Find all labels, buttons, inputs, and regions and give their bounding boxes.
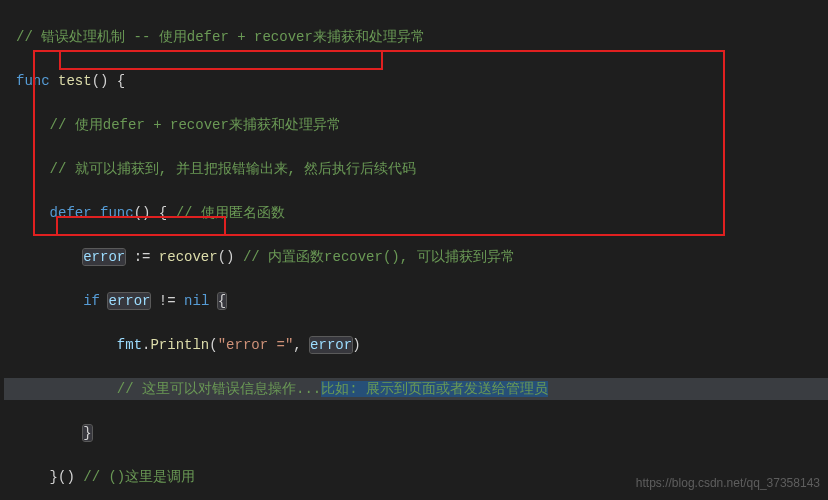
comment: // 错误处理机制 -- 使用defer + recover来捕获和处理异常: [16, 29, 425, 45]
comment-selected: 比如: 展示到页面或者发送给管理员: [321, 381, 548, 397]
code-line: fmt.Println("error =", error): [4, 334, 828, 356]
code-line: }: [4, 422, 828, 444]
brace: }: [83, 425, 91, 441]
code-line: defer func() { // 使用匿名函数: [4, 202, 828, 224]
punct: () {: [92, 73, 126, 89]
keyword-if: if: [83, 293, 100, 309]
comma: ,: [293, 337, 310, 353]
comment: // 内置函数recover(), 可以捕获到异常: [234, 249, 514, 265]
string: "error =": [218, 337, 294, 353]
keyword-defer: defer: [50, 205, 92, 221]
punct: (): [218, 249, 235, 265]
code-line: error := recover() // 内置函数recover(), 可以捕…: [4, 246, 828, 268]
func-println: Println: [150, 337, 209, 353]
func-name: test: [58, 73, 92, 89]
code-line: // 使用defer + recover来捕获和处理异常: [4, 114, 828, 136]
operator: :=: [134, 249, 151, 265]
brace: {: [218, 293, 226, 309]
identifier-error: error: [310, 337, 352, 353]
code-line: func test() {: [4, 70, 828, 92]
code-editor: // 错误处理机制 -- 使用defer + recover来捕获和处理异常 f…: [0, 0, 828, 500]
code-line-highlighted: // 这里可以对错误信息操作...比如: 展示到页面或者发送给管理员: [4, 378, 828, 400]
code-line: // 错误处理机制 -- 使用defer + recover来捕获和处理异常: [4, 26, 828, 48]
comment: // 就可以捕获到, 并且把报错输出来, 然后执行后续代码: [50, 161, 417, 177]
comment: // 这里可以对错误信息操作...: [117, 381, 321, 397]
code-line: if error != nil {: [4, 290, 828, 312]
paren-open: (: [209, 337, 217, 353]
keyword-func: func: [100, 205, 134, 221]
comment: // 使用defer + recover来捕获和处理异常: [50, 117, 341, 133]
code-line: // 就可以捕获到, 并且把报错输出来, 然后执行后续代码: [4, 158, 828, 180]
brace-call: }(): [50, 469, 75, 485]
punct: () {: [134, 205, 168, 221]
keyword-nil: nil: [184, 293, 209, 309]
watermark: https://blog.csdn.net/qq_37358143: [636, 472, 820, 494]
identifier-error: error: [83, 249, 125, 265]
comment: // 使用匿名函数: [167, 205, 285, 221]
keyword-func: func: [16, 73, 50, 89]
operator: !=: [159, 293, 176, 309]
comment: // ()这里是调用: [75, 469, 195, 485]
pkg-fmt: fmt: [117, 337, 142, 353]
paren-close: ): [352, 337, 360, 353]
identifier-error: error: [108, 293, 150, 309]
func-recover: recover: [159, 249, 218, 265]
